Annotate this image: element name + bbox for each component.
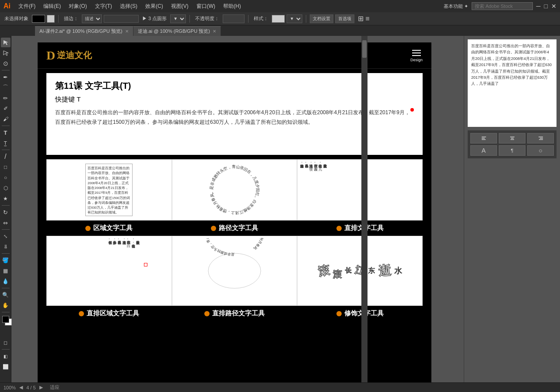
area-text-visual: 百度百科是百度公司推出的一部内容开放、自由的网络百科全书平台。其测试版于2006…	[46, 159, 172, 220]
canvas-scrollbar[interactable]	[361, 36, 368, 382]
toolbar: 未选择对象 描边： 描述 ▶ 3 点圆形 ▼ 不透明度： 100% 样式： ▼ …	[0, 12, 560, 25]
tool-hand[interactable]: ✋	[1, 301, 10, 310]
style-select[interactable]: ▼	[287, 14, 302, 23]
panel-toggle-icon[interactable]: ⊞	[358, 14, 364, 23]
tool-none[interactable]: ◻	[1, 338, 10, 347]
menu-edit[interactable]: 编辑(E)	[40, 2, 64, 11]
opacity-label: 不透明度：	[193, 14, 221, 23]
next-page-btn[interactable]: ▶	[39, 385, 43, 390]
tool-curvature[interactable]: ⌒	[1, 83, 10, 92]
tool-brush[interactable]: ✏	[1, 93, 10, 103]
va-col2: ，青山依旧在，	[131, 238, 135, 304]
tool-eyedropper[interactable]: 💧	[1, 276, 10, 286]
menu-object[interactable]: 对象(O)	[65, 2, 90, 11]
tool-half-squares[interactable]: ◧	[1, 351, 10, 361]
vertical-text-demo: 是非成败转头空 青山依旧在，几 度夕阳红。白发 渔樵江渚上，惯 看秋月春风。一 …	[297, 159, 423, 232]
lesson-title: 第11课 文字工具(T)	[55, 80, 414, 92]
tool-blob-brush[interactable]: 🖌	[1, 114, 10, 124]
window-minimize[interactable]: ─	[536, 3, 541, 10]
tool-star[interactable]: ★	[1, 194, 10, 203]
foreground-color[interactable]	[2, 316, 9, 323]
tool-rotate[interactable]: ↻	[1, 207, 10, 217]
menu-select[interactable]: 选择(S)	[116, 2, 141, 11]
align-left-btn[interactable]	[470, 133, 497, 144]
svg-point-1	[208, 253, 261, 288]
color-box-container	[2, 316, 9, 323]
align-center-btn[interactable]	[499, 133, 525, 144]
tool-pen[interactable]: ✒	[1, 72, 10, 82]
canvas-area[interactable]: D 逆迪文化 Design 第11课 文字工具(T) 快捷键 T 百度百科是百度…	[11, 36, 464, 382]
description: 百度百科是百度公司推出的一部内容开放、自由的网络百科全书平台。其测试版于2006…	[55, 108, 414, 127]
no-select-label: 未选择对象	[3, 14, 30, 23]
fit-label[interactable]: 适应	[50, 384, 60, 391]
tool-reflect[interactable]: ⇔	[1, 218, 10, 228]
window-restore[interactable]: □	[544, 3, 548, 10]
tool-select[interactable]	[1, 38, 10, 47]
v-path-dot	[204, 311, 210, 316]
vcol5: 看秋月春风。一	[304, 161, 308, 218]
tab1-close[interactable]: ✕	[125, 29, 129, 34]
tool-rect[interactable]: □	[1, 162, 10, 172]
vcol4: 渔樵江渚上，惯	[309, 161, 313, 218]
mini-row1	[470, 133, 554, 144]
logo-container: D 逆迪文化	[46, 49, 92, 63]
prev-page-btn[interactable]: ◀	[19, 385, 23, 390]
tool-touch-type[interactable]: T̲	[1, 138, 10, 148]
deco-label: 修饰文字工具	[336, 309, 384, 318]
va-col6: 风古今多少事，	[112, 238, 117, 304]
menu-hamburger[interactable]: Design	[410, 49, 423, 62]
deco-text-demo: 滚 滚 长 江 东 逝 水 修饰文字工具	[297, 236, 423, 318]
zoom-level[interactable]: 100%	[4, 385, 16, 390]
tool-gradient[interactable]: ▦	[1, 266, 10, 276]
window-close[interactable]: ✕	[551, 3, 556, 10]
tool-shear[interactable]: ⥥	[1, 242, 10, 252]
tool-line[interactable]: /	[1, 152, 10, 161]
tool-text[interactable]: T	[1, 128, 10, 137]
circle-btn[interactable]: ○	[527, 145, 554, 156]
vcol2: 青山依旧在，几	[318, 161, 322, 218]
text-style-btn[interactable]: A	[470, 145, 497, 156]
workspace-icon[interactable]: ≡	[365, 15, 369, 23]
tab-file2[interactable]: 逆迪.ai @ 100% (RGB/GPU 预览) ✕	[133, 26, 221, 36]
va-col4: 发渔樵江渚上，	[122, 238, 126, 304]
menu-text[interactable]: 文字(T)	[91, 2, 116, 11]
tool-artboard[interactable]: ⬜	[1, 362, 10, 371]
tool-direct-select[interactable]	[1, 48, 10, 58]
menu-view[interactable]: 视图(V)	[168, 2, 192, 11]
menu-effect[interactable]: 效果(C)	[142, 2, 167, 11]
tool-scale[interactable]: ⤡	[1, 231, 10, 241]
v-area-label-text: 直排区域文字工具	[87, 309, 139, 318]
tool-zoom[interactable]: 🔍	[1, 290, 10, 300]
tool-lasso[interactable]: ⊙	[1, 59, 10, 68]
menu-bar: Ai 文件(F) 编辑(E) 对象(O) 文字(T) 选择(S) 效果(C) 视…	[0, 0, 560, 12]
blend-select[interactable]: 描述	[82, 14, 102, 23]
logo-text: 逆迪文化	[57, 49, 92, 61]
deco-char3: 长	[345, 267, 351, 275]
deco-char1: 滚	[317, 262, 331, 280]
tool-pencil[interactable]: ✐	[1, 104, 10, 113]
color-swatch[interactable]	[32, 15, 45, 23]
preferences-btn[interactable]: 首选项	[335, 14, 354, 23]
tool-paintbucket[interactable]: 🪣	[1, 256, 10, 265]
vcol3: 度夕阳红。白发	[313, 161, 318, 218]
base-function-label[interactable]: 基本功能 ✦	[444, 3, 468, 10]
tab-file1[interactable]: AI-课件2.ai* @ 100% (RGB/GPU 预览) ✕	[35, 26, 133, 36]
tool-polygon[interactable]: ⬡	[1, 183, 10, 193]
menu-window[interactable]: 窗口(W)	[193, 2, 219, 11]
v-path-svg: 是非成败转头空，青山依旧在，几度夕阳红。白发渔樵江渚上，惯看秋月春风	[200, 238, 270, 304]
paragraph-btn[interactable]: ¶	[499, 145, 525, 156]
doc-settings-btn[interactable]: 文档设置	[310, 14, 333, 23]
search-input[interactable]	[472, 2, 533, 10]
tool-ellipse[interactable]: ○	[1, 173, 10, 182]
menu-help[interactable]: 帮助(H)	[220, 2, 245, 11]
menu-file[interactable]: 文件(F)	[15, 2, 39, 11]
points-select[interactable]: ▼	[170, 14, 186, 23]
style-preview[interactable]	[272, 15, 285, 23]
deco-text-visual: 滚 滚 长 江 东 逝 水	[297, 236, 423, 306]
tab2-close[interactable]: ✕	[213, 29, 216, 34]
va-col3: 几度夕阳红。白	[126, 238, 131, 304]
scroll-thumb[interactable]	[362, 40, 367, 58]
align-right-btn[interactable]	[527, 133, 554, 144]
opacity-input[interactable]: 100%	[223, 14, 245, 23]
stroke-swatch[interactable]	[47, 15, 55, 23]
